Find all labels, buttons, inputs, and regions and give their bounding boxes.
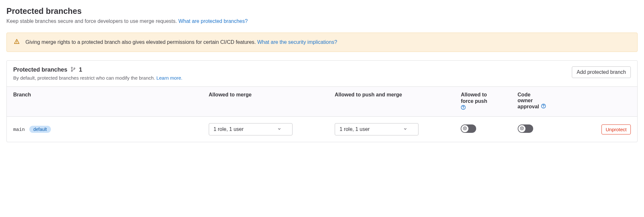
card-header: Protected branches 1 By default, protect… bbox=[7, 61, 637, 86]
svg-point-4 bbox=[74, 68, 75, 69]
alert-message: Giving merge rights to a protected branc… bbox=[25, 39, 337, 45]
header-code-owner-line3: approval bbox=[518, 104, 539, 110]
code-owner-help-icon[interactable] bbox=[541, 104, 546, 110]
page-title: Protected branches bbox=[6, 6, 638, 16]
header-force-push-line2: force push bbox=[461, 98, 487, 104]
svg-point-8 bbox=[543, 107, 544, 108]
card-subtitle: By default, protected branches restrict … bbox=[13, 75, 182, 81]
close-icon bbox=[463, 126, 467, 132]
header-branch: Branch bbox=[7, 87, 202, 117]
allowed-to-merge-select[interactable]: 1 role, 1 user bbox=[209, 123, 293, 135]
card-title: Protected branches bbox=[13, 66, 67, 73]
force-push-toggle[interactable] bbox=[461, 124, 476, 133]
branch-name: main bbox=[13, 127, 25, 133]
what-are-protected-branches-link[interactable]: What are protected branches? bbox=[178, 18, 248, 24]
svg-point-2 bbox=[71, 67, 72, 68]
force-push-help-icon[interactable] bbox=[461, 105, 466, 111]
svg-point-3 bbox=[71, 70, 72, 72]
header-action bbox=[581, 87, 637, 117]
header-code-owner-line1: Code bbox=[518, 92, 531, 98]
header-code-owner: Code owner approval bbox=[511, 87, 581, 117]
push-select-value: 1 role, 1 user bbox=[340, 126, 370, 132]
alert-text: Giving merge rights to a protected branc… bbox=[25, 39, 256, 45]
warning-icon bbox=[14, 39, 20, 46]
unprotect-button[interactable]: Unprotect bbox=[601, 124, 631, 134]
chevron-down-icon bbox=[277, 126, 281, 132]
header-allowed-push: Allowed to push and merge bbox=[328, 87, 454, 117]
header-allowed-merge: Allowed to merge bbox=[202, 87, 328, 117]
header-code-owner-line2: owner bbox=[518, 98, 533, 104]
chevron-down-icon bbox=[403, 126, 407, 132]
protected-branches-card: Protected branches 1 By default, protect… bbox=[6, 60, 638, 142]
table-row: main default 1 role, 1 user bbox=[7, 117, 637, 142]
protected-branches-table: Branch Allowed to merge Allowed to push … bbox=[7, 86, 637, 142]
warning-alert: Giving merge rights to a protected branc… bbox=[6, 33, 638, 52]
learn-more-link[interactable]: Learn more. bbox=[156, 75, 182, 81]
card-subtitle-text: By default, protected branches restrict … bbox=[13, 75, 155, 81]
header-force-push: Allowed to force push bbox=[454, 87, 511, 117]
branch-icon bbox=[71, 67, 76, 73]
svg-point-6 bbox=[463, 108, 464, 109]
close-icon bbox=[520, 126, 524, 132]
svg-point-1 bbox=[16, 43, 17, 43]
page-description-text: Keep stable branches secure and force de… bbox=[6, 18, 177, 24]
branch-count: 1 bbox=[79, 66, 82, 73]
merge-select-value: 1 role, 1 user bbox=[214, 126, 244, 132]
code-owner-toggle[interactable] bbox=[518, 124, 533, 133]
page-description: Keep stable branches secure and force de… bbox=[6, 18, 638, 24]
default-badge: default bbox=[29, 126, 51, 133]
header-force-push-line1: Allowed to bbox=[461, 92, 487, 98]
allowed-to-push-select[interactable]: 1 role, 1 user bbox=[335, 123, 418, 135]
add-protected-branch-button[interactable]: Add protected branch bbox=[572, 66, 631, 78]
security-implications-link[interactable]: What are the security implications? bbox=[257, 39, 337, 45]
